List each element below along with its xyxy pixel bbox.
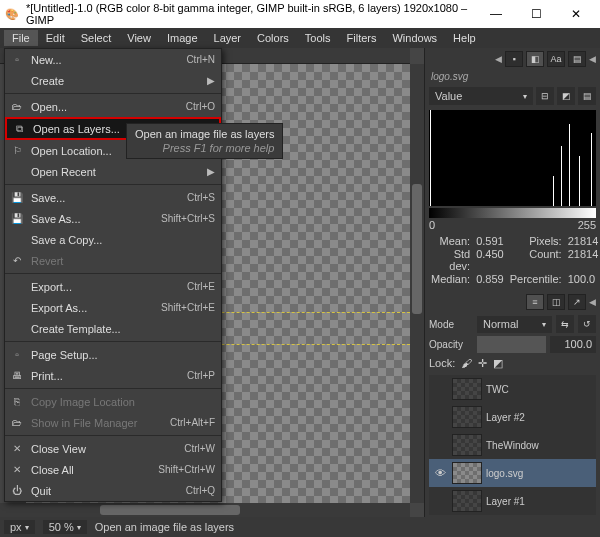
tab-paths[interactable]: ↗ bbox=[568, 294, 586, 310]
blend-mode-select[interactable]: Normal▾ bbox=[477, 316, 552, 333]
status-message: Open an image file as layers bbox=[95, 521, 234, 533]
visibility-icon[interactable]: 👁 bbox=[432, 467, 448, 479]
menu-print[interactable]: 🖶Print...Ctrl+P bbox=[5, 365, 221, 386]
opacity-slider[interactable] bbox=[477, 336, 546, 353]
histogram-plot bbox=[429, 110, 596, 206]
menu-save-copy[interactable]: Save a Copy... bbox=[5, 229, 221, 250]
tooltip: Open an image file as layers Press F1 fo… bbox=[126, 123, 283, 159]
window-title: *[Untitled]-1.0 (RGB color 8-bit gamma i… bbox=[26, 2, 476, 26]
histogram-stats: Mean:0.591Pixels:21814 Std dev:0.450Coun… bbox=[431, 235, 594, 285]
layers-dock-tabs: ≡ ◫ ↗ ◀ bbox=[425, 291, 600, 312]
app-icon: 🎨 bbox=[4, 6, 20, 22]
menu-export[interactable]: Export...Ctrl+E bbox=[5, 276, 221, 297]
menu-file[interactable]: File bbox=[4, 30, 38, 46]
opacity-label: Opacity bbox=[429, 339, 473, 350]
menu-bar: File Edit Select View Image Layer Colors… bbox=[0, 28, 600, 48]
histogram-gradient bbox=[429, 208, 596, 218]
menu-open[interactable]: 🗁Open...Ctrl+O bbox=[5, 96, 221, 117]
title-bar: 🎨 *[Untitled]-1.0 (RGB color 8-bit gamma… bbox=[0, 0, 600, 28]
menu-layer[interactable]: Layer bbox=[206, 30, 250, 46]
layer-row[interactable]: 👁logo.svg bbox=[429, 459, 596, 487]
tab-menu-icon[interactable]: ◀ bbox=[589, 54, 596, 64]
menu-help[interactable]: Help bbox=[445, 30, 484, 46]
tab-colors[interactable]: ◧ bbox=[526, 51, 544, 67]
histogram-menu-button[interactable]: ▤ bbox=[578, 87, 596, 105]
menu-save[interactable]: 💾Save...Ctrl+S bbox=[5, 187, 221, 208]
layer-name: TheWindow bbox=[486, 440, 593, 451]
close-button[interactable]: ✕ bbox=[556, 0, 596, 28]
menu-tools[interactable]: Tools bbox=[297, 30, 339, 46]
mode-reset-button[interactable]: ↺ bbox=[578, 315, 596, 333]
layer-name: logo.svg bbox=[486, 468, 593, 479]
lock-label: Lock: bbox=[429, 357, 455, 369]
mode-switch-button[interactable]: ⇆ bbox=[556, 315, 574, 333]
layer-row[interactable]: Layer #2 bbox=[429, 403, 596, 431]
menu-show-in-file-manager[interactable]: 🗁Show in File ManagerCtrl+Alt+F bbox=[5, 412, 221, 433]
tooltip-hint: Press F1 for more help bbox=[135, 142, 274, 154]
menu-save-as[interactable]: 💾Save As...Shift+Ctrl+S bbox=[5, 208, 221, 229]
menu-revert[interactable]: ↶Revert bbox=[5, 250, 221, 271]
menu-close-view[interactable]: ✕Close ViewCtrl+W bbox=[5, 438, 221, 459]
tab-histogram[interactable]: ▪ bbox=[505, 51, 523, 67]
histogram-log-button[interactable]: ◩ bbox=[557, 87, 575, 105]
histogram-channel-select[interactable]: Value▾ bbox=[429, 87, 533, 105]
layer-thumbnail bbox=[452, 378, 482, 400]
menu-close-all[interactable]: ✕Close AllShift+Ctrl+W bbox=[5, 459, 221, 480]
lock-alpha-icon[interactable]: ◩ bbox=[493, 357, 503, 370]
minimize-button[interactable]: — bbox=[476, 0, 516, 28]
scrollbar-horizontal[interactable] bbox=[0, 503, 410, 517]
maximize-button[interactable]: ☐ bbox=[516, 0, 556, 28]
layer-thumbnail bbox=[452, 406, 482, 428]
zoom-select[interactable]: 50 %▾ bbox=[43, 520, 87, 534]
tooltip-text: Open an image file as layers bbox=[135, 128, 274, 140]
menu-export-as[interactable]: Export As...Shift+Ctrl+E bbox=[5, 297, 221, 318]
menu-colors[interactable]: Colors bbox=[249, 30, 297, 46]
menu-select[interactable]: Select bbox=[73, 30, 120, 46]
dock-image-label: logo.svg bbox=[425, 69, 600, 84]
layer-thumbnail bbox=[452, 462, 482, 484]
histogram-linear-button[interactable]: ⊟ bbox=[536, 87, 554, 105]
tab-layers[interactable]: ≡ bbox=[526, 294, 544, 310]
layer-name: Layer #2 bbox=[486, 412, 593, 423]
unit-select[interactable]: px▾ bbox=[4, 520, 35, 534]
dock-tabs: ◀ ▪ ◧ Aa ▤ ◀ bbox=[425, 48, 600, 69]
tab-fonts[interactable]: Aa bbox=[547, 51, 565, 67]
layer-thumbnail bbox=[452, 434, 482, 456]
menu-windows[interactable]: Windows bbox=[384, 30, 445, 46]
menu-page-setup[interactable]: ▫Page Setup... bbox=[5, 344, 221, 365]
layer-row[interactable]: Layer #1 bbox=[429, 487, 596, 515]
menu-create[interactable]: Create▶ bbox=[5, 70, 221, 91]
status-bar: px▾ 50 %▾ Open an image file as layers bbox=[0, 517, 600, 537]
menu-open-recent[interactable]: Open Recent▶ bbox=[5, 161, 221, 182]
layer-thumbnail bbox=[452, 490, 482, 512]
menu-create-template[interactable]: Create Template... bbox=[5, 318, 221, 339]
layer-list: TWCLayer #2TheWindow👁logo.svgLayer #1 bbox=[429, 375, 596, 515]
menu-copy-image-location[interactable]: ⎘Copy Image Location bbox=[5, 391, 221, 412]
file-menu-dropdown: ▫New...Ctrl+N Create▶ 🗁Open...Ctrl+O ⧉Op… bbox=[4, 48, 222, 502]
lock-position-icon[interactable]: ✛ bbox=[478, 357, 487, 370]
tab-menu-icon[interactable]: ◀ bbox=[589, 297, 596, 307]
menu-quit[interactable]: ⏻QuitCtrl+Q bbox=[5, 480, 221, 501]
menu-new[interactable]: ▫New...Ctrl+N bbox=[5, 49, 221, 70]
menu-filters[interactable]: Filters bbox=[339, 30, 385, 46]
layer-row[interactable]: TheWindow bbox=[429, 431, 596, 459]
tab-channels[interactable]: ◫ bbox=[547, 294, 565, 310]
layer-name: TWC bbox=[486, 384, 593, 395]
menu-image[interactable]: Image bbox=[159, 30, 206, 46]
menu-edit[interactable]: Edit bbox=[38, 30, 73, 46]
menu-view[interactable]: View bbox=[119, 30, 159, 46]
layer-name: Layer #1 bbox=[486, 496, 593, 507]
tab-document[interactable]: ▤ bbox=[568, 51, 586, 67]
layer-row[interactable]: TWC bbox=[429, 375, 596, 403]
lock-pixels-icon[interactable]: 🖌 bbox=[461, 357, 472, 369]
tab-arrow-icon[interactable]: ◀ bbox=[495, 54, 502, 64]
scrollbar-vertical[interactable] bbox=[410, 64, 424, 503]
opacity-value[interactable]: 100.0 bbox=[550, 336, 596, 353]
mode-label: Mode bbox=[429, 319, 473, 330]
